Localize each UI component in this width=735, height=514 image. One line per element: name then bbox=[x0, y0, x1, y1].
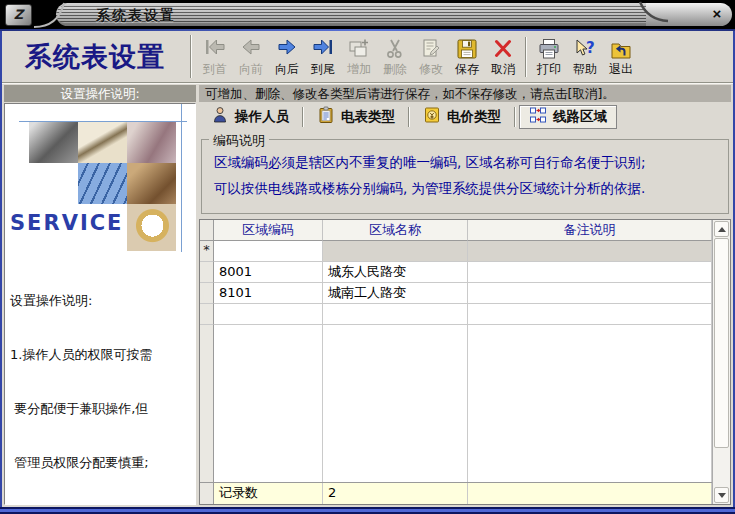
titlebar: Z 系统表设置 × bbox=[0, 0, 735, 29]
toolbar-button-first[interactable]: 到首 bbox=[197, 33, 233, 80]
toolbar-label: 删除 bbox=[383, 63, 407, 76]
toolbar-label: 修改 bbox=[419, 63, 443, 76]
toolbar-button-last[interactable]: 到尾 bbox=[305, 33, 341, 80]
toolbar-label: 到尾 bbox=[311, 63, 335, 76]
down-arrow-icon bbox=[718, 493, 726, 498]
new-row-code-cell[interactable] bbox=[214, 241, 323, 262]
row-selector[interactable] bbox=[200, 262, 214, 283]
toolbar-button-exit[interactable]: 退出 bbox=[603, 33, 639, 80]
footer-selector-cell bbox=[200, 483, 214, 504]
photo-stapler bbox=[29, 122, 78, 163]
scroll-up-button[interactable] bbox=[714, 221, 729, 237]
service-text: SERVICE bbox=[10, 211, 123, 235]
groupbox-note-line: 区域编码必须是辖区内不重复的唯一编码, 区域名称可自行命名便于识别; bbox=[214, 149, 728, 175]
tab-price-types[interactable]: 电价类型 bbox=[413, 105, 511, 129]
toolbar-button-help[interactable]: ? 帮助 bbox=[567, 33, 603, 80]
tab-separator bbox=[408, 107, 410, 127]
footer-empty-cell bbox=[468, 483, 712, 504]
toolbar-button-save[interactable]: 保存 bbox=[449, 33, 485, 80]
record-count-value: 2 bbox=[323, 483, 468, 504]
photo-keyboard bbox=[78, 163, 127, 204]
new-row-marker: * bbox=[200, 241, 214, 262]
tab-operators[interactable]: 操作人员 bbox=[201, 105, 299, 129]
cell-region-name[interactable]: 城东人民路变 bbox=[323, 262, 468, 283]
help-cursor-icon: ? bbox=[573, 38, 597, 63]
toolbar-button-add[interactable]: 增加 bbox=[341, 33, 377, 80]
region-table: 区域编码 区域名称 备注说明 * 8001 bbox=[199, 219, 731, 505]
printer-icon bbox=[537, 38, 561, 63]
photo-gloves bbox=[127, 163, 176, 204]
content-area: 设置操作说明: SERVICE 设置操作说明: bbox=[2, 84, 733, 507]
table-footer-row: 记录数 2 bbox=[200, 482, 712, 504]
tab-label: 线路区域 bbox=[553, 108, 607, 126]
empty-cell[interactable] bbox=[468, 304, 712, 325]
table-empty-row[interactable] bbox=[200, 304, 712, 325]
main-pane: 可增加、删除、修改各类型后请进行保存，如不保存修改，请点击[取消]。 操作人员 bbox=[196, 84, 733, 507]
sidebar-panel: SERVICE 设置操作说明: 1.操作人员的权限可按需 要分配便于兼职操作,但… bbox=[4, 103, 196, 505]
row-selector[interactable] bbox=[200, 304, 214, 325]
toolbar-label: 退出 bbox=[609, 63, 633, 76]
tab-meter-types[interactable]: 电表类型 bbox=[307, 105, 405, 129]
cell-remarks[interactable] bbox=[468, 262, 712, 283]
scroll-down-button[interactable] bbox=[714, 487, 729, 503]
filler-cell bbox=[323, 325, 468, 482]
table-filler-area bbox=[200, 325, 712, 482]
toolbar-button-print[interactable]: 打印 bbox=[531, 33, 567, 80]
groupbox-note-line: 可以按供电线路或楼栋分别编码, 为管理系统提供分区域统计分析的依据. bbox=[214, 175, 728, 201]
window-title: 系统表设置 bbox=[96, 7, 176, 25]
next-record-icon bbox=[275, 38, 299, 63]
toolbar-label: 向后 bbox=[275, 63, 299, 76]
instruction-line: 1.操作人员的权限可按需 bbox=[10, 346, 195, 364]
table-row[interactable]: 8001 城东人民路变 bbox=[200, 262, 712, 283]
user-icon bbox=[211, 106, 229, 127]
column-header-remarks[interactable]: 备注说明 bbox=[468, 220, 712, 241]
cell-region-name[interactable]: 城南工人路变 bbox=[323, 283, 468, 304]
photo-clips bbox=[127, 122, 176, 163]
tab-label: 电价类型 bbox=[447, 108, 501, 126]
toolbar-button-delete[interactable]: 删除 bbox=[377, 33, 413, 80]
titlebar-stripes: 系统表设置 bbox=[56, 3, 648, 26]
region-table-grid: 区域编码 区域名称 备注说明 * 8001 bbox=[200, 220, 712, 504]
window-bottom-frame bbox=[0, 507, 735, 514]
new-row-remarks-cell[interactable] bbox=[468, 241, 712, 262]
filler-cell bbox=[214, 325, 323, 482]
page-title: 系统表设置 bbox=[2, 31, 188, 82]
toolbar: 到首 向前 向后 bbox=[194, 31, 733, 82]
toolbar-button-next[interactable]: 向后 bbox=[269, 33, 305, 80]
cell-region-code[interactable]: 8001 bbox=[214, 262, 323, 283]
cell-remarks[interactable] bbox=[468, 283, 712, 304]
instructions-block: 设置操作说明: 1.操作人员的权限可按需 要分配便于兼职操作,但 管理员权限分配… bbox=[5, 254, 195, 505]
filler-selector-column bbox=[200, 325, 214, 482]
cell-region-code[interactable]: 8101 bbox=[214, 283, 323, 304]
toolbar-button-cancel[interactable]: 取消 bbox=[485, 33, 521, 80]
scroll-thumb[interactable] bbox=[714, 238, 729, 448]
new-row-name-cell[interactable] bbox=[323, 241, 468, 262]
collage-crosshair-v bbox=[181, 104, 182, 252]
toolbar-label: 保存 bbox=[455, 63, 479, 76]
column-header-region-code[interactable]: 区域编码 bbox=[214, 220, 323, 241]
instruction-line: 管理员权限分配要慎重; bbox=[10, 454, 195, 472]
photo-pen bbox=[78, 122, 127, 163]
toolbar-label: 到首 bbox=[203, 63, 227, 76]
filler-cell bbox=[468, 325, 712, 482]
table-row[interactable]: 8101 城南工人路变 bbox=[200, 283, 712, 304]
vertical-scrollbar[interactable] bbox=[712, 220, 730, 504]
empty-cell[interactable] bbox=[323, 304, 468, 325]
header-band: 系统表设置 到首 向前 bbox=[2, 31, 733, 83]
toolbar-button-modify[interactable]: 修改 bbox=[413, 33, 449, 80]
empty-cell[interactable] bbox=[214, 304, 323, 325]
table-new-row[interactable]: * bbox=[200, 241, 712, 262]
close-button[interactable]: × bbox=[708, 5, 726, 23]
first-record-icon bbox=[203, 38, 227, 63]
column-header-region-name[interactable]: 区域名称 bbox=[323, 220, 468, 241]
coding-notes-groupbox: 编码说明 区域编码必须是辖区内不重复的唯一编码, 区域名称可自行命名便于识别; … bbox=[201, 139, 729, 214]
instruction-line: 设置操作说明: bbox=[10, 292, 195, 310]
tab-label: 操作人员 bbox=[235, 108, 289, 126]
toolbar-button-prev[interactable]: 向前 bbox=[233, 33, 269, 80]
price-book-icon bbox=[423, 106, 441, 127]
separator bbox=[190, 35, 192, 78]
instruction-line: 要分配便于兼职操作,但 bbox=[10, 400, 195, 418]
svg-text:?: ? bbox=[586, 38, 595, 56]
tab-line-areas[interactable]: 线路区域 bbox=[519, 105, 617, 129]
row-selector[interactable] bbox=[200, 283, 214, 304]
